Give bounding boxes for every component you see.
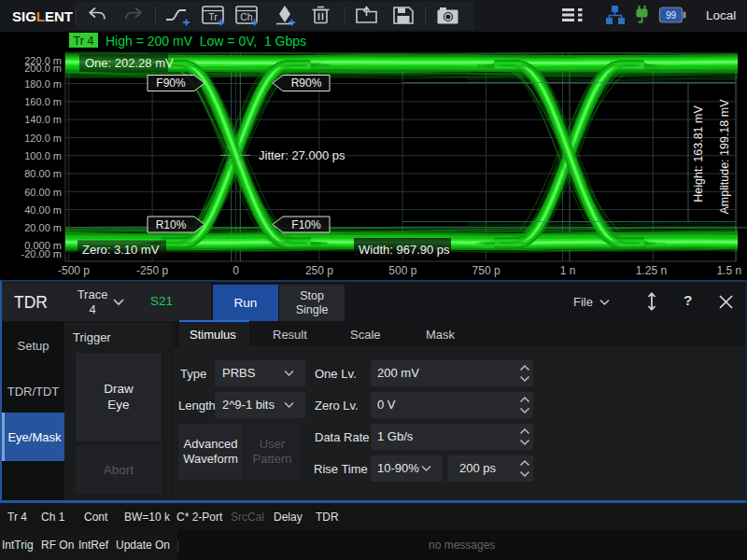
- svg-text:Ch: Ch: [240, 11, 253, 22]
- svg-text:R90%: R90%: [291, 77, 322, 90]
- svg-text:Height: 163.81 mV: Height: 163.81 mV: [692, 105, 705, 203]
- svg-text:40.00 m: 40.00 m: [24, 204, 62, 216]
- svg-text:500 p: 500 p: [388, 264, 416, 277]
- svg-text:Amplitude: 199.18 mV: Amplitude: 199.18 mV: [718, 99, 731, 215]
- svg-text:Local: Local: [706, 8, 736, 22]
- svg-text:-250 p: -250 p: [136, 264, 168, 277]
- svg-text:120.0 m: 120.0 m: [24, 133, 62, 144]
- svg-text:250 p: 250 p: [305, 264, 333, 277]
- svg-text:1.25 n: 1.25 n: [636, 264, 667, 277]
- svg-text:Tr 4: Tr 4: [74, 35, 94, 48]
- svg-text:1 n: 1 n: [560, 264, 576, 277]
- svg-text:100.0 m: 100.0 m: [24, 150, 62, 161]
- svg-text:Jitter: 27.000 ps: Jitter: 27.000 ps: [259, 148, 345, 162]
- svg-text:160.0 m: 160.0 m: [24, 96, 62, 107]
- svg-text:R10%: R10%: [156, 218, 187, 231]
- svg-text:High = 200 mV Low = 0V, 1 Gb: High = 200 mV Low = 0V, 1 Gbps: [106, 34, 306, 49]
- svg-text:Zero: 3.10 mV: Zero: 3.10 mV: [82, 243, 160, 257]
- svg-text:200.0 m: 200.0 m: [24, 63, 62, 74]
- svg-text:0: 0: [233, 264, 239, 277]
- svg-text:F10%: F10%: [291, 218, 321, 231]
- svg-text:99: 99: [666, 10, 677, 21]
- svg-text:20.00 m: 20.00 m: [24, 222, 62, 233]
- svg-text:1.5 n: 1.5 n: [716, 264, 741, 277]
- svg-text:180.0 m: 180.0 m: [24, 78, 62, 90]
- svg-text:-20.00 m: -20.00 m: [21, 248, 62, 259]
- svg-text:80.00 m: 80.00 m: [24, 168, 62, 179]
- svg-text:Width: 967.90 ps: Width: 967.90 ps: [359, 243, 450, 257]
- svg-text:60.00 m: 60.00 m: [24, 187, 62, 198]
- svg-text:-500 p: -500 p: [58, 264, 90, 277]
- svg-text:Tr: Tr: [208, 11, 218, 22]
- svg-text:One: 202.28 mV: One: 202.28 mV: [85, 56, 174, 70]
- svg-text:750 p: 750 p: [472, 264, 500, 277]
- svg-text:F90%: F90%: [156, 77, 186, 90]
- svg-text:140.0 m: 140.0 m: [24, 114, 62, 125]
